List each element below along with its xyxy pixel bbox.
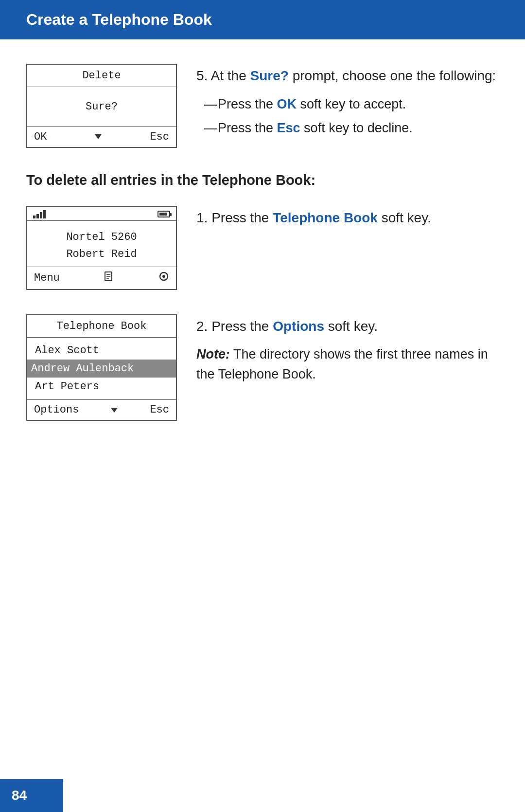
bullet-esc: Press the Esc soft key to decline. xyxy=(204,118,499,139)
battery-icon xyxy=(158,211,170,217)
device-footer-nortel: Menu xyxy=(27,267,176,289)
list-row-alex: Alex Scott xyxy=(31,342,172,360)
device-title-telbook: Telephone Book xyxy=(27,315,176,338)
page-number: 84 xyxy=(12,788,27,803)
device-footer-telbook: Options Esc xyxy=(27,399,176,420)
device-screen-telbook: Telephone Book Alex Scott Andrew Aulenba… xyxy=(26,314,177,421)
bullet-esc-after: soft key to decline. xyxy=(300,121,413,135)
footer-circle-icon xyxy=(158,271,169,285)
footer-book-icon xyxy=(104,271,114,285)
device-line1: Nortel 5260 xyxy=(27,229,176,246)
step5-after: prompt, choose one the following: xyxy=(289,68,496,83)
device-footer-delete: OK Esc xyxy=(27,126,176,147)
step5-number: 5. xyxy=(196,68,208,83)
step1-highlight: Telephone Book xyxy=(273,210,378,225)
page-header: Create a Telephone Book xyxy=(0,0,525,39)
step5-bullets: Press the OK soft key to accept. Press t… xyxy=(204,94,499,139)
device-nortel-text: Nortel 5260 Robert Reid xyxy=(27,221,176,267)
step1-number: 1. xyxy=(196,210,208,225)
footer-esc2-label: Esc xyxy=(150,404,169,416)
device-status-bar xyxy=(27,207,176,221)
section-heading-delete-all: To delete all entries in the Telephone B… xyxy=(26,172,499,188)
bullet-ok: Press the OK soft key to accept. xyxy=(204,94,499,115)
list-row-art: Art Peters xyxy=(31,378,172,396)
step5-before: At the xyxy=(211,68,250,83)
section-delete-sure: Delete Sure? OK Esc 5. At the Sure? prom… xyxy=(26,64,499,148)
step1-after: soft key. xyxy=(378,210,431,225)
step2-highlight: Options xyxy=(273,319,324,334)
device-title-delete: Delete xyxy=(27,65,176,87)
step2-before: Press the xyxy=(211,319,273,334)
footer-ok-label: OK xyxy=(34,131,47,143)
step1-text: 1. Press the Telephone Book soft key. xyxy=(196,206,499,236)
bullet-ok-after: soft key to accept. xyxy=(297,97,406,111)
section-options-key: Telephone Book Alex Scott Andrew Aulenba… xyxy=(26,314,499,421)
bullet-ok-before: Press the xyxy=(218,97,277,111)
device-line2: Robert Reid xyxy=(27,246,176,263)
device-sure-text: Sure? xyxy=(27,87,176,126)
footer-arrow-icon xyxy=(94,131,103,143)
svg-point-5 xyxy=(162,275,165,278)
note-paragraph: Note: The directory shows the first thre… xyxy=(196,344,499,384)
step2-text: 2. Press the Options soft key. Note: The… xyxy=(196,314,499,384)
bullet-ok-highlight: OK xyxy=(277,97,297,111)
list-row-andrew: Andrew Aulenback xyxy=(27,360,176,378)
main-content: Delete Sure? OK Esc 5. At the Sure? prom… xyxy=(0,64,525,484)
step2-paragraph: 2. Press the Options soft key. xyxy=(196,316,499,337)
step5-paragraph: 5. At the Sure? prompt, choose one the f… xyxy=(196,66,499,86)
signal-icon xyxy=(33,210,46,218)
footer-arrow-icon2 xyxy=(110,404,119,416)
device-directory-list: Alex Scott Andrew Aulenback Art Peters xyxy=(27,338,176,396)
section-telephone-book-key: Nortel 5260 Robert Reid Menu xyxy=(26,206,499,290)
device-screen-delete: Delete Sure? OK Esc xyxy=(26,64,177,148)
step1-before: Press the xyxy=(211,210,273,225)
footer-menu-label: Menu xyxy=(34,272,60,284)
step5-highlight: Sure? xyxy=(250,68,289,83)
footer-esc-label: Esc xyxy=(150,131,169,143)
note-bold-label: Note: xyxy=(196,347,230,361)
note-content: The directory shows the first three name… xyxy=(196,347,488,381)
step2-number: 2. xyxy=(196,319,208,334)
bullet-esc-highlight: Esc xyxy=(277,121,300,135)
page-footer: 84 xyxy=(0,779,63,812)
step2-after: soft key. xyxy=(324,319,378,334)
step1-paragraph: 1. Press the Telephone Book soft key. xyxy=(196,208,499,228)
footer-options-label: Options xyxy=(34,404,79,416)
bullet-esc-before: Press the xyxy=(218,121,277,135)
step5-text: 5. At the Sure? prompt, choose one the f… xyxy=(196,64,499,142)
device-screen-nortel: Nortel 5260 Robert Reid Menu xyxy=(26,206,177,290)
page-title: Create a Telephone Book xyxy=(26,11,212,28)
